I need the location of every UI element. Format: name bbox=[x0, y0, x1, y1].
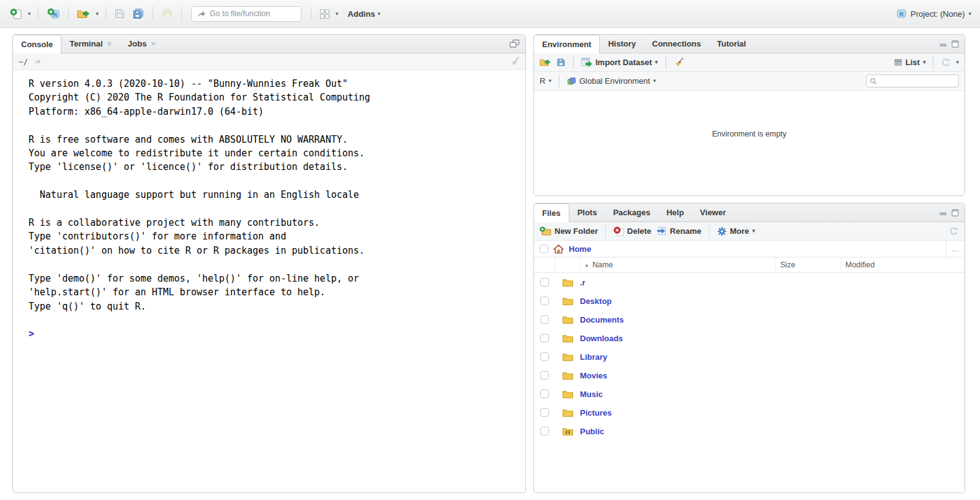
environment-search[interactable] bbox=[866, 74, 959, 87]
delete-button[interactable]: Delete bbox=[613, 226, 651, 236]
more-button[interactable]: More ▾ bbox=[717, 226, 755, 236]
tab-packages[interactable]: Packages bbox=[605, 203, 658, 221]
file-link[interactable]: Library bbox=[580, 352, 607, 362]
minimize-pane-icon[interactable] bbox=[939, 209, 947, 216]
tab-files-label: Files bbox=[542, 208, 561, 218]
addins-button[interactable]: Addins ▾ bbox=[347, 8, 382, 20]
path-more-button[interactable]: ... bbox=[946, 241, 964, 257]
row-checkbox[interactable] bbox=[540, 352, 549, 361]
home-breadcrumb-link[interactable]: Home bbox=[569, 244, 591, 254]
file-link[interactable]: Music bbox=[580, 390, 603, 399]
delete-label: Delete bbox=[627, 226, 651, 236]
folder-icon bbox=[563, 371, 573, 380]
panes-layout-caret[interactable]: ▾ bbox=[336, 11, 339, 17]
tab-viewer[interactable]: Viewer bbox=[692, 203, 734, 221]
refresh-environment-caret[interactable]: ▾ bbox=[956, 60, 959, 65]
new-file-caret[interactable]: ▾ bbox=[28, 11, 31, 17]
environment-search-input[interactable] bbox=[880, 77, 954, 86]
refresh-environment-icon[interactable] bbox=[941, 58, 951, 68]
row-checkbox[interactable] bbox=[540, 334, 549, 342]
header-checkbox-column bbox=[534, 257, 555, 272]
folder-icon bbox=[563, 408, 573, 417]
environment-view-button[interactable]: List ▾ bbox=[894, 58, 926, 67]
load-workspace-icon[interactable] bbox=[540, 58, 551, 67]
import-dataset-button[interactable]: Import Dataset ▾ bbox=[581, 58, 658, 67]
restore-panes-icon[interactable] bbox=[509, 39, 520, 48]
tab-terminal[interactable]: Terminal × bbox=[61, 35, 120, 53]
maximize-pane-icon[interactable] bbox=[951, 209, 959, 217]
rename-button[interactable]: Rename bbox=[656, 226, 702, 236]
new-project-button[interactable]: R bbox=[45, 6, 61, 21]
workspace: Console Terminal × Jobs × ~/ bbox=[0, 28, 980, 500]
goto-directory-icon[interactable] bbox=[33, 58, 42, 65]
tab-history[interactable]: History bbox=[600, 35, 644, 53]
tab-console[interactable]: Console bbox=[12, 35, 61, 53]
save-workspace-icon[interactable] bbox=[556, 58, 566, 67]
home-icon[interactable] bbox=[553, 244, 564, 254]
tab-tutorial[interactable]: Tutorial bbox=[709, 35, 754, 53]
console-prompt-line[interactable]: > bbox=[29, 327, 522, 341]
minimize-pane-icon[interactable] bbox=[939, 40, 947, 47]
language-select-button[interactable]: R ▾ bbox=[540, 76, 551, 86]
row-checkbox[interactable] bbox=[540, 427, 549, 435]
file-link[interactable]: Desktop bbox=[580, 297, 612, 306]
file-link[interactable]: Pictures bbox=[580, 408, 612, 417]
goto-input[interactable] bbox=[210, 9, 290, 18]
open-file-button[interactable] bbox=[76, 7, 92, 20]
tab-viewer-label: Viewer bbox=[700, 208, 726, 217]
row-checkbox[interactable] bbox=[540, 371, 549, 380]
file-link[interactable]: Movies bbox=[580, 371, 607, 380]
header-size[interactable]: Size bbox=[775, 257, 840, 272]
project-caret: ▾ bbox=[968, 11, 971, 17]
file-link[interactable]: Public bbox=[580, 427, 604, 436]
close-icon[interactable]: × bbox=[151, 39, 156, 48]
maximize-pane-icon[interactable] bbox=[951, 40, 959, 48]
file-row: Movies bbox=[534, 366, 964, 385]
tab-environment[interactable]: Environment bbox=[533, 35, 600, 53]
refresh-files-icon[interactable] bbox=[949, 226, 959, 236]
tab-files[interactable]: Files bbox=[533, 203, 569, 222]
rename-icon bbox=[656, 226, 667, 236]
file-link[interactable]: .r bbox=[580, 278, 586, 287]
rename-label: Rename bbox=[670, 226, 702, 236]
import-dataset-icon bbox=[581, 58, 592, 67]
new-file-icon bbox=[10, 8, 22, 20]
row-checkbox[interactable] bbox=[540, 315, 549, 324]
close-icon[interactable]: × bbox=[107, 39, 112, 48]
new-folder-button[interactable]: New Folder bbox=[540, 226, 598, 236]
console-prompt: > bbox=[29, 328, 34, 339]
clear-console-icon[interactable] bbox=[510, 56, 520, 66]
print-button[interactable] bbox=[160, 7, 174, 20]
new-project-icon: R bbox=[47, 7, 60, 20]
new-file-button[interactable] bbox=[9, 7, 24, 21]
environment-view-caret: ▾ bbox=[923, 60, 926, 65]
tab-plots-label: Plots bbox=[577, 208, 597, 217]
row-checkbox[interactable] bbox=[540, 278, 549, 287]
clear-environment-icon[interactable] bbox=[674, 57, 684, 68]
save-all-button[interactable] bbox=[131, 7, 146, 20]
tab-connections-label: Connections bbox=[652, 39, 701, 48]
tab-connections[interactable]: Connections bbox=[644, 35, 709, 53]
tab-help[interactable]: Help bbox=[658, 203, 692, 221]
row-checkbox[interactable] bbox=[540, 297, 549, 305]
gear-icon bbox=[717, 226, 727, 236]
row-checkbox[interactable] bbox=[540, 390, 549, 398]
file-row: Desktop bbox=[534, 292, 964, 310]
tab-jobs[interactable]: Jobs × bbox=[120, 35, 164, 53]
scope-select-button[interactable]: Global Environment ▾ bbox=[567, 76, 656, 86]
save-button[interactable] bbox=[113, 7, 127, 20]
select-all-checkbox[interactable] bbox=[540, 244, 548, 253]
goto-file-search[interactable] bbox=[191, 6, 301, 22]
file-link[interactable]: Downloads bbox=[580, 334, 623, 343]
console-subbar: ~/ bbox=[13, 53, 525, 70]
header-name[interactable]: ▲ Name bbox=[580, 261, 775, 269]
file-link[interactable]: Documents bbox=[580, 315, 624, 324]
open-file-caret[interactable]: ▾ bbox=[96, 11, 99, 17]
panes-layout-button[interactable] bbox=[318, 7, 331, 20]
project-menu-button[interactable]: R Project: (None) ▾ bbox=[896, 9, 971, 19]
project-cube-icon: R bbox=[896, 9, 907, 19]
row-checkbox[interactable] bbox=[540, 408, 549, 417]
header-modified[interactable]: Modified bbox=[840, 257, 964, 272]
tab-plots[interactable]: Plots bbox=[569, 203, 605, 221]
separator bbox=[38, 7, 38, 20]
